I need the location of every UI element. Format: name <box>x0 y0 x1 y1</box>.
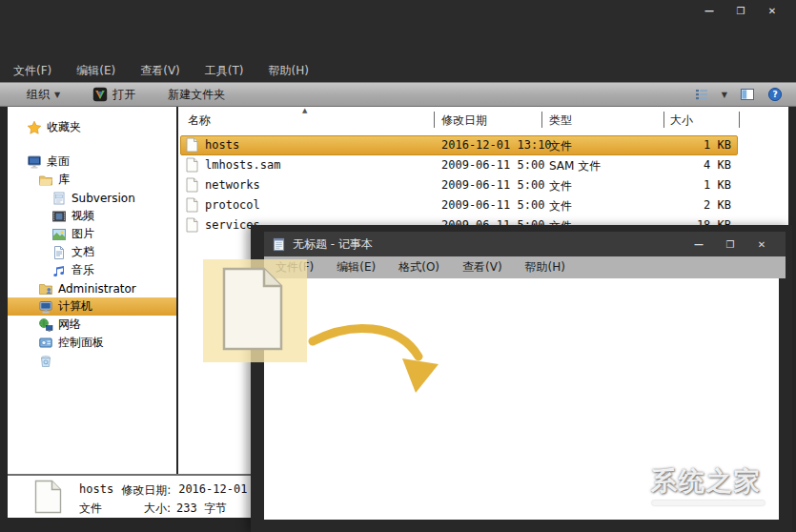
minimize-icon[interactable]: — <box>690 239 707 250</box>
close-icon[interactable]: ✕ <box>762 4 783 18</box>
notepad-title: 无标题 - 记事本 <box>293 236 373 253</box>
help-icon[interactable]: ? <box>767 87 783 102</box>
file-row-networks[interactable]: networks2009-06-11 5:00文件1 KB <box>178 175 788 195</box>
sidebar-item-Subversion[interactable]: Subversion <box>8 189 176 207</box>
drag-direction-arrow-icon <box>307 315 442 400</box>
sidebar-item-音乐[interactable]: 音乐 <box>8 261 176 279</box>
organize-caret-icon: ▼ <box>54 91 60 99</box>
control-panel-icon <box>38 336 53 351</box>
recycle-bin-icon <box>38 354 53 369</box>
views-icon[interactable] <box>694 87 709 102</box>
file-row-lmhosts.sam[interactable]: lmhosts.sam2009-06-11 5:00SAM 文件4 KB <box>178 155 788 175</box>
notepad-menu-item[interactable]: 帮助(H) <box>525 259 565 276</box>
notepad-menu-item[interactable]: 查看(V) <box>462 259 502 276</box>
sidebar-item-label: 视频 <box>71 208 94 224</box>
column-header-name[interactable]: 名称 <box>188 113 211 129</box>
file-size: 2 KB <box>607 198 731 212</box>
explorer-titlebar: — ❐ ✕ <box>0 0 796 29</box>
file-size: 1 KB <box>607 178 731 192</box>
preview-pane-icon[interactable] <box>740 87 755 102</box>
sidebar-item-控制面板[interactable]: 控制面板 <box>8 334 176 352</box>
network-icon <box>38 317 53 333</box>
details-modified-label: 修改日期: <box>121 482 171 499</box>
file-icon <box>34 480 62 514</box>
explorer-menu-item[interactable]: 编辑(E) <box>76 63 115 79</box>
details-file-type: 文件 <box>79 501 102 517</box>
documents-icon <box>51 245 67 260</box>
maximize-icon[interactable]: ❐ <box>730 4 751 18</box>
computer-icon <box>38 299 53 315</box>
notepad-menubar: 文件(F)编辑(E)格式(O)查看(V)帮助(H) <box>264 256 786 278</box>
notepad-titlebar[interactable]: 无标题 - 记事本 — ❐ ✕ <box>264 232 786 256</box>
sidebar-item-label: 库 <box>58 172 70 188</box>
sort-ascending-icon: ▲ <box>302 107 307 114</box>
explorer-menu-item[interactable]: 文件(F) <box>13 63 51 79</box>
column-divider[interactable] <box>434 112 435 128</box>
explorer-menu-item[interactable]: 查看(V) <box>140 63 180 79</box>
column-header-size[interactable]: 大小 <box>670 113 693 129</box>
star-icon <box>27 120 42 135</box>
svg-text:?: ? <box>772 90 777 99</box>
open-label: 打开 <box>112 87 135 103</box>
video-icon <box>51 209 67 224</box>
column-divider[interactable] <box>739 112 740 128</box>
file-date: 2009-06-11 5:00 <box>441 198 544 212</box>
column-header-date[interactable]: 修改日期 <box>441 113 487 129</box>
new-folder-label: 新建文件夹 <box>168 87 225 103</box>
sidebar-item-recycle-bin[interactable] <box>8 352 176 370</box>
notepad-icon <box>272 237 286 252</box>
new-folder-button[interactable]: 新建文件夹 <box>168 87 225 103</box>
dragged-file-icon[interactable] <box>222 267 283 351</box>
file-date: 2016-12-01 13:10 <box>441 138 552 152</box>
file-icon <box>186 217 198 233</box>
file-icon <box>186 177 198 193</box>
open-button[interactable]: 打开 <box>92 87 135 103</box>
file-icon <box>186 197 198 213</box>
maximize-icon[interactable]: ❐ <box>722 239 739 250</box>
views-caret-icon[interactable]: ▼ <box>722 91 727 99</box>
details-size-label: 大小: <box>144 501 171 517</box>
sidebar-item-label: Administrator <box>58 282 136 296</box>
sidebar-item-网络[interactable]: 网络 <box>8 316 176 334</box>
sidebar-item-label: 控制面板 <box>58 335 104 351</box>
sidebar-item-桌面[interactable]: 桌面 <box>8 153 176 171</box>
minimize-icon[interactable]: — <box>699 4 720 18</box>
sidebar-item-库[interactable]: 库 <box>8 171 176 189</box>
file-row-hosts[interactable]: hosts2016-12-01 13:10文件1 KB <box>178 135 788 155</box>
file-name: networks <box>205 178 260 192</box>
sidebar-item-label: 网络 <box>58 317 81 333</box>
close-icon[interactable]: ✕ <box>753 239 770 250</box>
file-name: lmhosts.sam <box>205 158 280 172</box>
sidebar-item-视频[interactable]: 视频 <box>8 207 176 225</box>
organize-label: 组织 <box>27 87 50 103</box>
file-date: 2009-06-11 5:00 <box>441 178 544 192</box>
explorer-menu-item[interactable]: 工具(T) <box>205 63 244 79</box>
file-icon <box>186 137 198 153</box>
sidebar-item-收藏夹[interactable]: 收藏夹 <box>8 118 176 136</box>
notepad-menu-item[interactable]: 编辑(E) <box>337 259 376 276</box>
sidebar-item-计算机[interactable]: 计算机 <box>8 297 176 316</box>
sidebar-item-label: 文档 <box>71 244 94 260</box>
file-size: 4 KB <box>607 158 731 172</box>
organize-button[interactable]: 组织 ▼ <box>27 87 60 103</box>
column-divider[interactable] <box>541 112 542 128</box>
sidebar-item-label: Subversion <box>71 192 135 205</box>
sidebar-item-Administrator[interactable]: Administrator <box>8 279 176 297</box>
file-name: hosts <box>205 138 239 152</box>
sidebar-item-label: 图片 <box>71 226 94 242</box>
pictures-icon <box>51 227 67 242</box>
file-row-protocol[interactable]: protocol2009-06-11 5:00文件2 KB <box>178 195 788 215</box>
explorer-menu-item[interactable]: 帮助(H) <box>269 63 309 79</box>
file-type: 文件 <box>549 178 572 194</box>
column-divider[interactable] <box>663 112 664 128</box>
libdoc-icon <box>51 191 67 206</box>
open-app-icon <box>92 87 108 102</box>
navigation-pane: 收藏夹桌面库Subversion视频图片文档音乐Administrator计算机… <box>8 107 176 474</box>
sidebar-item-文档[interactable]: 文档 <box>8 243 176 261</box>
sidebar-item-label: 桌面 <box>47 153 70 170</box>
sidebar-item-图片[interactable]: 图片 <box>8 225 176 243</box>
explorer-menubar: 文件(F)编辑(E)查看(V)工具(T)帮助(H) <box>0 59 796 82</box>
column-header-type[interactable]: 类型 <box>549 113 572 129</box>
notepad-menu-item[interactable]: 格式(O) <box>398 259 439 276</box>
user-icon <box>38 281 53 297</box>
